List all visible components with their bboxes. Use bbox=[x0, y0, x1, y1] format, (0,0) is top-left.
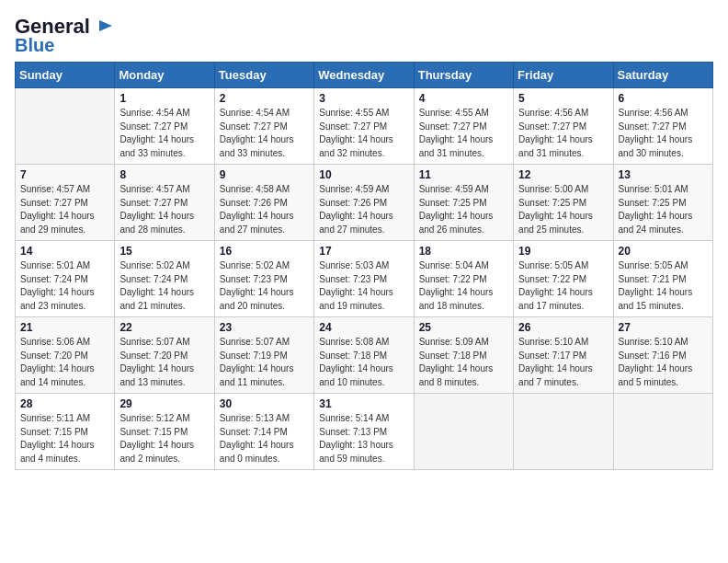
day-number: 31 bbox=[319, 397, 408, 410]
day-number: 19 bbox=[518, 245, 608, 258]
day-number: 9 bbox=[220, 168, 309, 181]
day-number: 26 bbox=[518, 321, 608, 334]
calendar-week-1: 1Sunrise: 4:54 AM Sunset: 7:27 PM Daylig… bbox=[16, 88, 713, 165]
day-number: 18 bbox=[419, 245, 508, 258]
calendar-cell: 7Sunrise: 4:57 AM Sunset: 7:27 PM Daylig… bbox=[16, 165, 115, 241]
day-number: 8 bbox=[119, 168, 209, 181]
day-number: 22 bbox=[119, 321, 209, 334]
day-number: 5 bbox=[518, 92, 608, 105]
day-info: Sunrise: 5:07 AM Sunset: 7:19 PM Dayligh… bbox=[220, 336, 309, 389]
day-info: Sunrise: 4:54 AM Sunset: 7:27 PM Dayligh… bbox=[220, 107, 309, 160]
calendar-cell: 19Sunrise: 5:05 AM Sunset: 7:22 PM Dayli… bbox=[514, 241, 613, 317]
calendar-week-3: 14Sunrise: 5:01 AM Sunset: 7:24 PM Dayli… bbox=[16, 241, 713, 317]
day-info: Sunrise: 5:10 AM Sunset: 7:16 PM Dayligh… bbox=[619, 336, 708, 389]
day-info: Sunrise: 4:54 AM Sunset: 7:27 PM Dayligh… bbox=[119, 107, 209, 160]
day-number: 25 bbox=[419, 321, 508, 334]
calendar-cell bbox=[16, 88, 115, 165]
day-info: Sunrise: 5:07 AM Sunset: 7:20 PM Dayligh… bbox=[119, 336, 209, 389]
day-info: Sunrise: 4:55 AM Sunset: 7:27 PM Dayligh… bbox=[419, 107, 508, 160]
day-info: Sunrise: 5:04 AM Sunset: 7:22 PM Dayligh… bbox=[419, 259, 508, 313]
calendar-cell: 20Sunrise: 5:05 AM Sunset: 7:21 PM Dayli… bbox=[613, 241, 712, 317]
calendar-week-5: 28Sunrise: 5:11 AM Sunset: 7:15 PM Dayli… bbox=[16, 394, 713, 470]
logo-flag-icon bbox=[96, 17, 116, 37]
day-info: Sunrise: 5:00 AM Sunset: 7:25 PM Dayligh… bbox=[518, 183, 608, 236]
calendar-cell: 24Sunrise: 5:08 AM Sunset: 7:18 PM Dayli… bbox=[314, 317, 414, 394]
day-info: Sunrise: 5:02 AM Sunset: 7:23 PM Dayligh… bbox=[220, 259, 309, 313]
calendar-cell: 8Sunrise: 4:57 AM Sunset: 7:27 PM Daylig… bbox=[115, 165, 214, 241]
calendar-cell: 17Sunrise: 5:03 AM Sunset: 7:23 PM Dayli… bbox=[314, 241, 414, 317]
day-number: 2 bbox=[220, 92, 309, 105]
day-number: 16 bbox=[220, 245, 309, 258]
weekday-header-tuesday: Tuesday bbox=[214, 63, 313, 88]
calendar-cell: 16Sunrise: 5:02 AM Sunset: 7:23 PM Dayli… bbox=[214, 241, 313, 317]
day-info: Sunrise: 4:56 AM Sunset: 7:27 PM Dayligh… bbox=[619, 107, 708, 160]
calendar-cell: 9Sunrise: 4:58 AM Sunset: 7:26 PM Daylig… bbox=[214, 165, 313, 241]
weekday-header-sunday: Sunday bbox=[16, 63, 115, 88]
day-info: Sunrise: 5:12 AM Sunset: 7:15 PM Dayligh… bbox=[119, 412, 209, 465]
calendar-cell: 1Sunrise: 4:54 AM Sunset: 7:27 PM Daylig… bbox=[115, 88, 214, 165]
day-number: 20 bbox=[619, 245, 708, 258]
day-number: 12 bbox=[518, 168, 608, 181]
day-number: 6 bbox=[619, 92, 708, 105]
calendar-cell: 15Sunrise: 5:02 AM Sunset: 7:24 PM Dayli… bbox=[115, 241, 214, 317]
day-info: Sunrise: 4:55 AM Sunset: 7:27 PM Dayligh… bbox=[319, 107, 408, 160]
calendar-cell bbox=[514, 394, 613, 470]
day-number: 15 bbox=[119, 245, 209, 258]
day-number: 1 bbox=[119, 92, 209, 105]
day-number: 4 bbox=[419, 92, 508, 105]
calendar-week-2: 7Sunrise: 4:57 AM Sunset: 7:27 PM Daylig… bbox=[16, 165, 713, 241]
calendar-cell: 13Sunrise: 5:01 AM Sunset: 7:25 PM Dayli… bbox=[613, 165, 712, 241]
calendar-cell bbox=[414, 394, 513, 470]
day-number: 13 bbox=[619, 168, 708, 181]
day-info: Sunrise: 5:14 AM Sunset: 7:13 PM Dayligh… bbox=[319, 412, 408, 465]
day-info: Sunrise: 5:13 AM Sunset: 7:14 PM Dayligh… bbox=[220, 412, 309, 465]
weekday-header-monday: Monday bbox=[115, 63, 214, 88]
weekday-header-thursday: Thursday bbox=[414, 63, 513, 88]
day-info: Sunrise: 4:59 AM Sunset: 7:25 PM Dayligh… bbox=[419, 183, 508, 236]
weekday-header-friday: Friday bbox=[514, 63, 613, 88]
calendar-cell: 30Sunrise: 5:13 AM Sunset: 7:14 PM Dayli… bbox=[214, 394, 313, 470]
calendar-cell: 28Sunrise: 5:11 AM Sunset: 7:15 PM Dayli… bbox=[16, 394, 115, 470]
day-number: 7 bbox=[20, 168, 109, 181]
day-info: Sunrise: 4:59 AM Sunset: 7:26 PM Dayligh… bbox=[319, 183, 408, 236]
day-info: Sunrise: 4:56 AM Sunset: 7:27 PM Dayligh… bbox=[518, 107, 608, 160]
svg-marker-0 bbox=[99, 20, 112, 31]
calendar-cell: 14Sunrise: 5:01 AM Sunset: 7:24 PM Dayli… bbox=[16, 241, 115, 317]
day-info: Sunrise: 5:02 AM Sunset: 7:24 PM Dayligh… bbox=[119, 259, 209, 313]
day-info: Sunrise: 5:03 AM Sunset: 7:23 PM Dayligh… bbox=[319, 259, 408, 313]
day-number: 24 bbox=[319, 321, 408, 334]
calendar-header-row: SundayMondayTuesdayWednesdayThursdayFrid… bbox=[16, 63, 713, 88]
calendar-cell: 27Sunrise: 5:10 AM Sunset: 7:16 PM Dayli… bbox=[613, 317, 712, 394]
calendar-cell: 22Sunrise: 5:07 AM Sunset: 7:20 PM Dayli… bbox=[115, 317, 214, 394]
calendar-cell: 10Sunrise: 4:59 AM Sunset: 7:26 PM Dayli… bbox=[314, 165, 414, 241]
calendar-table: SundayMondayTuesdayWednesdayThursdayFrid… bbox=[15, 62, 713, 470]
day-info: Sunrise: 5:09 AM Sunset: 7:18 PM Dayligh… bbox=[419, 336, 508, 389]
calendar-cell: 31Sunrise: 5:14 AM Sunset: 7:13 PM Dayli… bbox=[314, 394, 414, 470]
day-number: 17 bbox=[319, 245, 408, 258]
day-number: 21 bbox=[20, 321, 109, 334]
calendar-cell: 5Sunrise: 4:56 AM Sunset: 7:27 PM Daylig… bbox=[514, 88, 613, 165]
day-number: 10 bbox=[319, 168, 408, 181]
day-number: 11 bbox=[419, 168, 508, 181]
logo-blue-text: Blue bbox=[15, 35, 54, 56]
calendar-cell: 2Sunrise: 4:54 AM Sunset: 7:27 PM Daylig… bbox=[214, 88, 313, 165]
calendar-cell: 4Sunrise: 4:55 AM Sunset: 7:27 PM Daylig… bbox=[414, 88, 513, 165]
page-header: General Blue bbox=[15, 15, 713, 56]
day-number: 3 bbox=[319, 92, 408, 105]
calendar-cell: 18Sunrise: 5:04 AM Sunset: 7:22 PM Dayli… bbox=[414, 241, 513, 317]
calendar-cell: 29Sunrise: 5:12 AM Sunset: 7:15 PM Dayli… bbox=[115, 394, 214, 470]
day-info: Sunrise: 5:10 AM Sunset: 7:17 PM Dayligh… bbox=[518, 336, 608, 389]
calendar-cell: 23Sunrise: 5:07 AM Sunset: 7:19 PM Dayli… bbox=[214, 317, 313, 394]
weekday-header-saturday: Saturday bbox=[613, 63, 712, 88]
day-number: 30 bbox=[220, 397, 309, 410]
day-info: Sunrise: 5:05 AM Sunset: 7:21 PM Dayligh… bbox=[619, 259, 708, 313]
logo: General Blue bbox=[15, 15, 116, 56]
day-info: Sunrise: 5:11 AM Sunset: 7:15 PM Dayligh… bbox=[20, 412, 109, 465]
calendar-cell: 6Sunrise: 4:56 AM Sunset: 7:27 PM Daylig… bbox=[613, 88, 712, 165]
calendar-cell: 11Sunrise: 4:59 AM Sunset: 7:25 PM Dayli… bbox=[414, 165, 513, 241]
day-info: Sunrise: 5:05 AM Sunset: 7:22 PM Dayligh… bbox=[518, 259, 608, 313]
day-number: 29 bbox=[119, 397, 209, 410]
weekday-header-wednesday: Wednesday bbox=[314, 63, 414, 88]
calendar-cell bbox=[613, 394, 712, 470]
calendar-cell: 21Sunrise: 5:06 AM Sunset: 7:20 PM Dayli… bbox=[16, 317, 115, 394]
